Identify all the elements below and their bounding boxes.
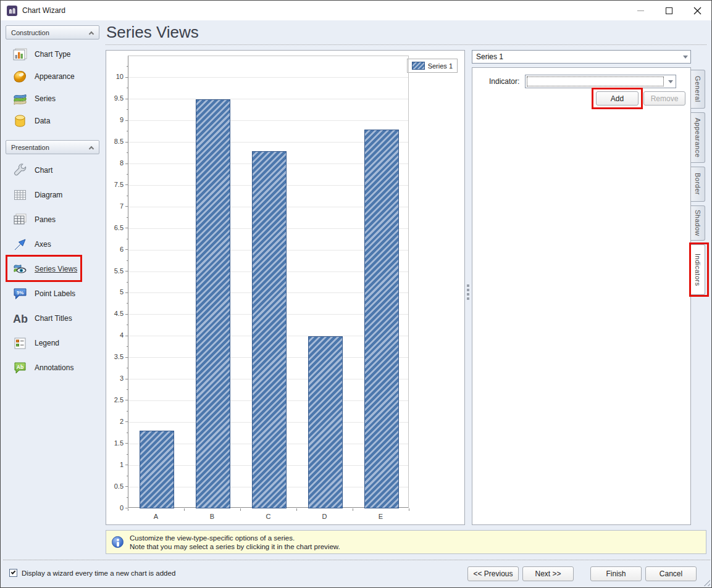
sidebar-item-chart-titles[interactable]: AbChart Titles <box>6 306 99 331</box>
sidebar-item-chart-type[interactable]: Chart Type <box>6 43 99 65</box>
close-button[interactable] <box>683 1 711 20</box>
gridline <box>128 120 408 121</box>
chevron-down-icon <box>665 75 676 88</box>
y-axis-minor-tick <box>127 368 128 368</box>
sidebar-item-label: Legend <box>35 339 59 347</box>
sidebar-item-point-labels[interactable]: 5%Point Labels <box>6 281 99 306</box>
legend-icon <box>12 335 28 351</box>
series-selector-dropdown[interactable]: Series 1 <box>472 50 691 64</box>
sidebar-item-legend[interactable]: Legend <box>6 331 99 355</box>
previous-button[interactable]: << Previous <box>467 566 519 581</box>
x-axis-tick-label: A <box>144 513 169 520</box>
panel-splitter[interactable] <box>465 50 472 525</box>
y-axis-tick-label: 2.5 <box>106 396 124 404</box>
bar-e[interactable] <box>364 130 399 508</box>
panes-icon <box>12 212 28 228</box>
tab-appearance[interactable]: Appearance <box>691 112 705 163</box>
sidebar-item-label: Chart <box>35 166 52 175</box>
y-axis-minor-tick <box>127 152 128 153</box>
sidebar-item-label: Point Labels <box>35 289 75 298</box>
x-axis-tick <box>353 508 353 511</box>
sidebar-item-chart[interactable]: Chart <box>6 158 99 183</box>
sidebar-item-panes[interactable]: Panes <box>6 207 99 232</box>
y-axis-tick-label: 9.5 <box>106 94 124 102</box>
bar-d[interactable] <box>308 336 343 508</box>
y-axis-tick <box>125 77 128 78</box>
add-button[interactable]: Add <box>596 91 639 106</box>
sidebar-item-appearance[interactable]: Appearance <box>6 65 99 88</box>
y-axis-tick <box>125 379 128 379</box>
sidebar-item-label: Diagram <box>35 191 62 199</box>
y-axis-minor-tick <box>127 346 128 347</box>
chart-type-icon <box>12 46 28 62</box>
sidebar-item-label: Panes <box>35 215 56 224</box>
display-wizard-checkbox[interactable]: Display a wizard every time a new chart … <box>9 569 175 577</box>
chart-legend[interactable]: Series 1 <box>407 59 458 73</box>
right-tab-strip: GeneralAppearanceBorderShadowIndicators <box>691 70 710 299</box>
group-header-construction[interactable]: Construction <box>6 25 99 39</box>
indicator-dropdown[interactable] <box>525 75 676 88</box>
info-icon <box>112 536 124 548</box>
y-axis-tick <box>125 142 128 143</box>
tab-label: Border <box>694 173 702 195</box>
sidebar: ConstructionChart TypeAppearanceSeriesDa… <box>6 25 99 380</box>
sidebar-item-axes[interactable]: Axes <box>6 232 99 257</box>
indicators-panel: Indicator: Add Remove <box>472 67 691 525</box>
bar-b[interactable] <box>196 99 230 508</box>
sidebar-item-annotations[interactable]: AbAnnotations <box>6 355 99 380</box>
legend-swatch <box>412 62 425 70</box>
chart-titles-icon: Ab <box>12 310 28 326</box>
y-axis-tick-label: 6 <box>106 246 124 253</box>
tab-indicators[interactable]: Indicators <box>690 244 705 295</box>
y-axis-tick-label: 4.5 <box>106 310 124 317</box>
maximize-button[interactable] <box>655 1 683 20</box>
cancel-button[interactable]: Cancel <box>645 566 697 581</box>
tab-label: Shadow <box>694 210 702 236</box>
y-axis-minor-tick <box>127 303 128 304</box>
x-axis-tick-label: C <box>256 513 281 520</box>
y-axis-tick <box>125 120 128 121</box>
bar-a[interactable] <box>140 431 174 508</box>
finish-button[interactable]: Finish <box>590 566 642 581</box>
y-axis-minor-tick <box>127 433 128 433</box>
tab-general[interactable]: General <box>691 70 705 109</box>
next-button[interactable]: Next >> <box>522 566 574 581</box>
sidebar-item-diagram[interactable]: Diagram <box>6 183 99 207</box>
chart-icon <box>12 162 28 178</box>
y-axis-tick-label: 8.5 <box>106 138 124 145</box>
y-axis-tick-label: 10 <box>106 73 124 80</box>
chart-wizard-window: Chart Wizard ConstructionChart TypeAppea… <box>0 0 712 588</box>
sidebar-item-series[interactable]: Series <box>6 88 99 110</box>
y-axis-minor-tick <box>127 88 128 88</box>
y-axis-tick-label: 7.5 <box>106 181 124 188</box>
x-axis-tick <box>184 508 185 511</box>
sidebar-item-data[interactable]: Data <box>6 110 99 132</box>
y-axis-tick-label: 3 <box>106 375 124 382</box>
chevron-up-icon <box>89 146 94 151</box>
minimize-button[interactable] <box>626 1 655 20</box>
series-selector-value: Series 1 <box>476 52 680 61</box>
y-axis-tick-label: 5.5 <box>106 267 124 275</box>
resize-grip[interactable] <box>701 577 710 586</box>
splitter-grip-icon <box>467 284 469 300</box>
indicator-label: Indicator: <box>489 77 519 86</box>
tab-shadow[interactable]: Shadow <box>691 205 705 241</box>
axes-icon <box>12 236 28 252</box>
y-axis-tick <box>125 249 128 250</box>
close-icon <box>693 7 702 15</box>
appearance-icon <box>12 68 28 85</box>
chart-preview-panel: Series 1 00.511.522.533.544.555.566.577.… <box>106 50 465 525</box>
y-axis-tick-label: 3.5 <box>106 353 124 360</box>
sidebar-item-series-views[interactable]: Series Views <box>6 257 99 281</box>
tab-label: General <box>694 76 702 102</box>
tab-border[interactable]: Border <box>691 167 705 202</box>
wizard-nav-buttons: << PreviousNext >>FinishCancel <box>464 566 697 581</box>
chevron-up-icon <box>89 31 94 36</box>
y-axis-minor-tick <box>127 260 128 261</box>
y-axis-minor-tick <box>127 497 128 498</box>
group-header-presentation[interactable]: Presentation <box>6 140 99 154</box>
bar-c[interactable] <box>252 151 287 508</box>
tab-label: Appearance <box>694 118 702 157</box>
y-axis-tick <box>125 184 128 185</box>
plot-area <box>128 56 409 508</box>
